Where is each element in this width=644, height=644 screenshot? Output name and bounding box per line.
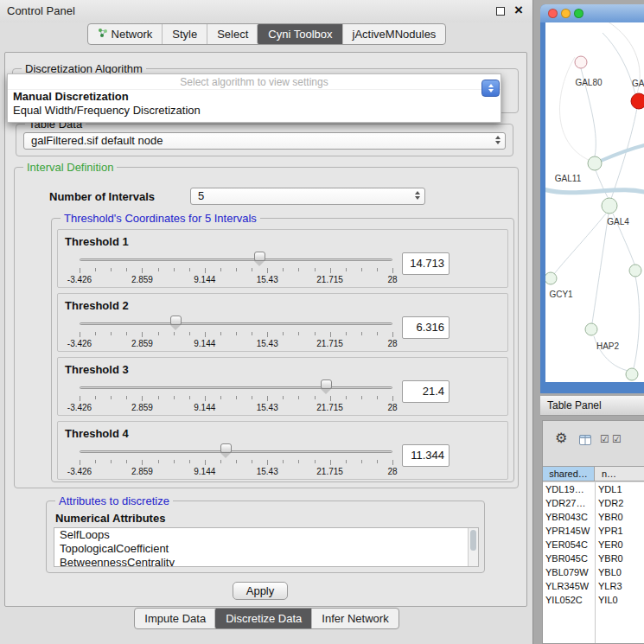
tab-jactivemnodules[interactable]: jActiveMNodules	[342, 24, 446, 44]
network-canvas[interactable]: GAL80GALGAL11GAL4GCY1HAP2	[545, 22, 644, 382]
threshold-value-field[interactable]: 14.713	[402, 252, 450, 275]
number-of-intervals-combobox[interactable]: 5	[190, 188, 425, 205]
tab-discretize-data[interactable]: Discretize Data	[214, 608, 312, 629]
checkbox-icon[interactable]: ☑	[600, 433, 609, 445]
network-edge[interactable]	[597, 22, 640, 105]
float-window-icon[interactable]	[496, 7, 505, 16]
network-node[interactable]	[629, 265, 641, 277]
slider-thumb[interactable]	[170, 316, 182, 325]
table-data-combobox[interactable]: galFiltered.sif default node	[23, 132, 506, 150]
network-edge[interactable]	[592, 214, 609, 323]
tab-infer-network[interactable]: Infer Network	[311, 609, 398, 628]
threshold-value-field[interactable]: 11.344	[402, 444, 450, 467]
slider-track[interactable]	[80, 450, 392, 453]
attribute-list-item[interactable]: SelfLoops	[54, 528, 478, 542]
table-cell[interactable]: YDL19…	[543, 482, 595, 496]
tab-impute-data[interactable]: Impute Data	[135, 609, 215, 628]
network-node[interactable]	[626, 368, 638, 380]
table-cell[interactable]: YDR2	[595, 496, 644, 510]
threshold-value-field[interactable]: 6.316	[402, 316, 450, 339]
tab-style[interactable]: Style	[162, 24, 207, 44]
table-cell[interactable]: YIL052C	[543, 593, 595, 607]
column-header-shared[interactable]: shared…	[543, 467, 595, 481]
columns-icon[interactable]	[579, 433, 591, 449]
network-edge[interactable]	[596, 170, 609, 199]
table-cell[interactable]: YBR0	[595, 552, 644, 565]
threshold-slider[interactable]: -3.4262.8599.14415.4321.71528	[80, 379, 392, 415]
tab-label: jActiveMNodules	[353, 28, 437, 41]
network-node[interactable]	[575, 56, 587, 68]
table-panel-header[interactable]: Table Panel	[540, 395, 644, 416]
threshold-slider[interactable]: -3.4262.8599.14415.4321.71528	[80, 251, 392, 287]
slider-thumb[interactable]	[220, 443, 232, 453]
table-cell[interactable]: YBR045C	[543, 552, 595, 565]
table-row[interactable]: YBR045CYBR0	[543, 552, 644, 565]
network-edge[interactable]	[634, 277, 639, 368]
table-cell[interactable]: YPR1	[595, 524, 644, 538]
column-header-name[interactable]: n…	[595, 467, 644, 481]
network-edge[interactable]	[601, 143, 644, 161]
network-node-label: GAL11	[555, 174, 582, 183]
network-window-titlebar[interactable]	[540, 4, 644, 22]
gear-icon[interactable]: ⚙	[555, 430, 567, 446]
slider-track[interactable]	[80, 386, 392, 389]
close-light-icon[interactable]	[548, 9, 558, 18]
table-cell[interactable]: YLR3	[595, 579, 644, 593]
attribute-list-item[interactable]: TopologicalCoefficient	[54, 542, 478, 556]
network-edge[interactable]	[554, 214, 606, 274]
network-node[interactable]	[602, 198, 617, 214]
control-panel-titlebar[interactable]: Control Panel ×	[0, 0, 532, 22]
network-edge[interactable]	[559, 57, 590, 161]
table-row[interactable]: YER054CYER0	[543, 538, 644, 552]
threshold-value-field[interactable]: 21.4	[402, 380, 450, 403]
table-row[interactable]: YBR043CYBR0	[543, 510, 644, 524]
table-cell[interactable]: YBR043C	[543, 510, 595, 524]
tick-label: -3.426	[67, 403, 92, 412]
table-cell[interactable]: YPR145W	[543, 524, 595, 538]
table-row[interactable]: YDL19…YDL1	[543, 482, 644, 496]
tab-cyni-toolbox[interactable]: Cyni Toolbox	[257, 23, 342, 45]
table-row[interactable]: YBL079WYBL0	[543, 565, 644, 579]
tick-label: 21.715	[316, 275, 343, 284]
network-edge[interactable]	[545, 188, 644, 194]
network-node[interactable]	[631, 93, 644, 109]
table-cell[interactable]: YBL0	[595, 565, 644, 579]
scrollbar-thumb[interactable]	[470, 530, 476, 551]
dropdown-option-manual-discretization[interactable]: Manual Discretization	[8, 90, 501, 104]
zoom-light-icon[interactable]	[574, 9, 583, 18]
minimize-light-icon[interactable]	[561, 9, 571, 18]
list-scrollbar[interactable]	[468, 528, 478, 566]
network-node[interactable]	[585, 323, 597, 335]
threshold-slider[interactable]: -3.4262.8599.14415.4321.71528	[80, 443, 392, 479]
tick-mark	[189, 396, 190, 399]
slider-track[interactable]	[80, 258, 392, 261]
table-cell[interactable]: YLR345W	[543, 579, 595, 593]
table-cell[interactable]: YER054C	[543, 538, 595, 552]
dropdown-option-equal-width-frequency[interactable]: Equal Width/Frequency Discretization	[8, 104, 501, 118]
checkbox-icon[interactable]: ☑	[612, 433, 622, 445]
network-node[interactable]	[545, 272, 557, 284]
table-cell[interactable]: YDL1	[595, 482, 644, 496]
table-cell[interactable]: YBR0	[595, 510, 644, 524]
slider-thumb[interactable]	[254, 252, 265, 261]
tab-select[interactable]: Select	[207, 24, 258, 44]
table-row[interactable]: YLR345WYLR3	[543, 579, 644, 593]
table-cell[interactable]: YDR27…	[543, 496, 595, 510]
slider-thumb[interactable]	[321, 379, 332, 389]
attribute-list-item[interactable]: BetweennessCentrality	[54, 556, 478, 567]
table-row[interactable]: YDR27…YDR2	[543, 496, 644, 510]
table-row[interactable]: YIL052CYIL0	[543, 593, 644, 607]
table-cell[interactable]: YBL079W	[543, 565, 595, 579]
numerical-attributes-list[interactable]: SelfLoopsTopologicalCoefficientBetweenne…	[54, 527, 479, 567]
tab-network[interactable]: Network	[88, 24, 163, 44]
network-node[interactable]	[588, 156, 602, 170]
close-window-icon[interactable]: ×	[514, 2, 523, 19]
apply-button[interactable]: Apply	[233, 582, 288, 600]
table-cell[interactable]: YIL0	[595, 593, 644, 607]
table-cell[interactable]: YER0	[595, 538, 644, 552]
threshold-slider[interactable]: -3.4262.8599.14415.4321.71528	[80, 315, 392, 351]
algorithm-combobox-stepper[interactable]	[481, 80, 500, 97]
table-row[interactable]: YPR145WYPR1	[543, 524, 644, 538]
slider-track[interactable]	[80, 322, 392, 325]
network-edge[interactable]	[603, 33, 635, 94]
